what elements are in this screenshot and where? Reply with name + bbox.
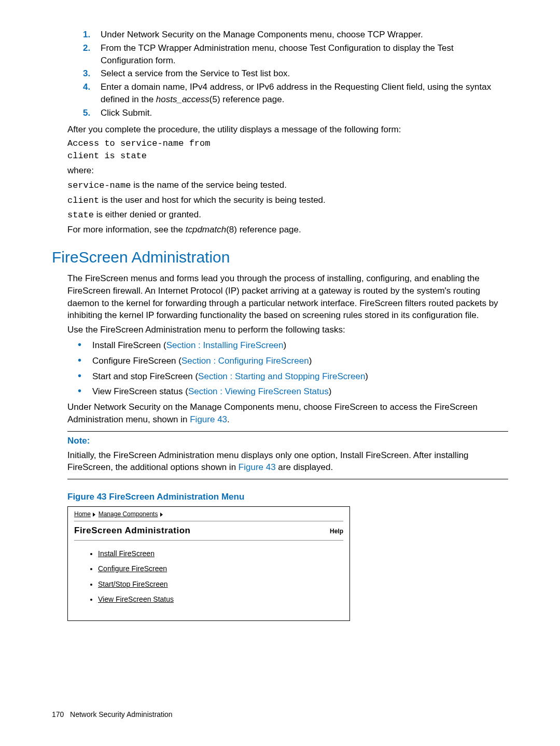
xref-link[interactable]: Section : Installing FireScreen [166,340,284,350]
chevron-right-icon [93,513,95,517]
menu-item-startstop[interactable]: Start/Stop FireScreen [98,579,343,590]
task-bullets: •Install FireScreen (Section : Installin… [78,339,508,398]
xref-link[interactable]: Figure 43 [239,462,276,472]
fs-tasks-intro: Use the FireScreen Administration menu t… [67,324,508,336]
bullet-item: Start and stop FireScreen (Section : Sta… [92,370,368,383]
under-ns: Under Network Security on the Manage Com… [67,401,508,426]
xref-link[interactable]: Section : Starting and Stopping FireScre… [198,371,365,381]
where-label: where: [67,164,508,177]
step-text: Enter a domain name, IPv4 address, or IP… [101,81,508,106]
firescreen-menu: Install FireScreen Configure FireScreen … [98,549,343,605]
section-heading: FireScreen Administration [52,246,508,268]
divider [67,431,508,432]
breadcrumb-manage-components[interactable]: Manage Components [99,510,158,518]
code-output: Access to service-name from client is st… [67,137,508,162]
after-procedure: After you complete the procedure, the ut… [67,123,508,136]
figure-caption: Figure 43 FireScreen Administration Menu [67,491,508,503]
chevron-right-icon [160,513,163,517]
menu-item-configure[interactable]: Configure FireScreen [98,564,343,574]
menu-item-install[interactable]: Install FireScreen [98,549,343,559]
more-info: For more information, see the tcpdmatch(… [67,224,508,236]
where-line: client is the user and host for which th… [67,194,508,207]
divider [67,479,508,479]
bullet-item: View FireScreen status (Section : Viewin… [92,385,331,398]
step-text: Select a service from the Service to Tes… [101,67,508,80]
figure-title: FireScreen Administration [74,524,190,537]
page-footer: 170 Network Security Administration [52,710,173,720]
menu-item-viewstatus[interactable]: View FireScreen Status [98,595,343,605]
step-text: From the TCP Wrapper Administration menu… [101,42,508,67]
help-link[interactable]: Help [330,527,343,536]
bullet-item: Configure FireScreen (Section : Configur… [92,355,312,367]
bullet-item: Install FireScreen (Section : Installing… [92,339,286,352]
step-text: Click Submit. [101,107,508,119]
procedure-steps: 1.Under Network Security on the Manage C… [52,29,508,119]
note-label: Note: [67,435,508,447]
xref-link[interactable]: Section : Configuring FireScreen [181,356,309,366]
figure-43: Home Manage Components FireScreen Admini… [67,506,350,621]
step-text: Under Network Security on the Manage Com… [101,29,508,41]
breadcrumb: Home Manage Components [74,510,343,519]
where-line: service-name is the name of the service … [67,179,508,192]
where-line: state is either denied or granted. [67,209,508,222]
note-body: Initially, the FireScreen Administration… [67,449,508,474]
xref-link[interactable]: Section : Viewing FireScreen Status [188,386,329,396]
xref-link[interactable]: Figure 43 [190,415,227,424]
breadcrumb-home[interactable]: Home [74,510,91,518]
fs-intro: The FireScreen menus and forms lead you … [67,272,508,322]
